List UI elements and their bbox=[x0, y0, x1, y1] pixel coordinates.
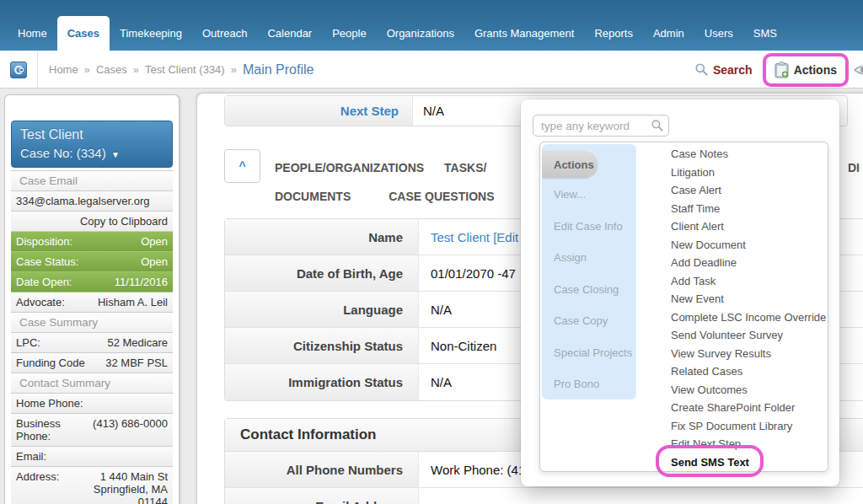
tab-tasks[interactable]: TASKS/ bbox=[444, 161, 486, 174]
action-item-create-sharepoint-folder[interactable]: Create SharePoint Folder bbox=[671, 399, 826, 417]
keyword-input[interactable] bbox=[533, 115, 669, 137]
nav-item-home[interactable]: Home bbox=[8, 20, 57, 51]
breadcrumb-link-cases[interactable]: Cases bbox=[96, 63, 127, 76]
chevron-down-icon[interactable]: ▼ bbox=[111, 150, 120, 159]
action-item-litigation[interactable]: Litigation bbox=[671, 164, 826, 182]
action-item-view-outcomes[interactable]: View Outcomes bbox=[671, 381, 826, 399]
action-item-add-deadline[interactable]: Add Deadline bbox=[671, 254, 826, 272]
breadcrumb-separator: » bbox=[133, 63, 139, 76]
action-item-send-volunteer-survey[interactable]: Send Volunteer Survey bbox=[671, 326, 826, 345]
category-case-copy[interactable]: Case Copy bbox=[542, 305, 636, 337]
actions-label: Actions bbox=[794, 63, 837, 77]
nav-item-calendar[interactable]: Calendar bbox=[257, 20, 322, 51]
sidebar-row-email: Email: bbox=[11, 447, 173, 467]
profile-value: 01/01/2070 -47 bbox=[419, 255, 516, 291]
sidebar-section-case-email: Case Email bbox=[11, 171, 173, 191]
breadcrumb-link-test-client-334[interactable]: Test Client (334) bbox=[145, 63, 225, 76]
sidebar-row-lpc: LPC:52 Medicare bbox=[11, 333, 173, 353]
dropdown-menu: ActionsView...Edit Case InfoAssignCase C… bbox=[539, 142, 828, 472]
action-item-new-document[interactable]: New Document bbox=[671, 236, 826, 255]
action-item-new-event[interactable]: New Event bbox=[671, 290, 826, 308]
action-item-fix-sp-document-library[interactable]: Fix SP Document Library bbox=[671, 417, 826, 436]
search-button[interactable]: Search bbox=[694, 62, 753, 77]
nav-item-outreach[interactable]: Outreach bbox=[192, 20, 257, 51]
category-edit-case-info[interactable]: Edit Case Info bbox=[542, 211, 636, 243]
action-item-client-alert[interactable]: Client Alert bbox=[671, 217, 826, 236]
next-step-value: N/A bbox=[413, 96, 444, 126]
nav-item-people[interactable]: People bbox=[322, 20, 376, 51]
row-value: 32 MBF PSL bbox=[105, 357, 168, 369]
actions-button[interactable]: Actions bbox=[763, 53, 849, 87]
action-item-add-task[interactable]: Add Task bbox=[671, 272, 826, 291]
tab-documents[interactable]: DOCUMENTS bbox=[275, 190, 351, 203]
contact-row-email-address: Email Address bbox=[225, 488, 863, 504]
row-label: Case Status: bbox=[16, 255, 78, 268]
divider bbox=[37, 51, 38, 88]
collapse-tab[interactable]: ^ bbox=[224, 149, 260, 183]
category-assign[interactable]: Assign bbox=[542, 242, 636, 274]
row-label: Advocate: bbox=[16, 296, 65, 308]
contact-value: Work Phone: (413 bbox=[419, 452, 533, 487]
action-item-complete-lsc-income-override[interactable]: Complete LSC Income Override bbox=[671, 308, 826, 327]
sidebar-section-contact-summary: Contact Summary bbox=[11, 373, 173, 394]
case-header[interactable]: Test Client Case No: (334) ▼ bbox=[11, 121, 173, 168]
action-item-send-sms-text[interactable]: Send SMS Text bbox=[671, 453, 826, 472]
category-actions[interactable]: Actions bbox=[542, 151, 598, 178]
nav-item-organizations[interactable]: Organizations bbox=[377, 20, 464, 51]
category-case-closing[interactable]: Case Closing bbox=[542, 274, 636, 306]
contact-label: All Phone Numbers bbox=[225, 452, 419, 487]
nav-item-grants-management[interactable]: Grants Management bbox=[464, 20, 585, 51]
nav-item-admin[interactable]: Admin bbox=[643, 20, 694, 51]
sidebar-rows: Case Email334@clama.legalserver.orgCopy … bbox=[11, 170, 173, 504]
row-value: Hisham A. Leil bbox=[98, 296, 168, 308]
row-value: (413) 686-0000 bbox=[93, 417, 168, 430]
profile-value-link[interactable]: Test Client [Edit bbox=[419, 219, 518, 255]
profile-label: Citizenship Status bbox=[225, 328, 419, 363]
breadcrumb: Home»Cases»Test Client (334)»Main Profil… bbox=[49, 51, 314, 88]
copy-to-clipboard-button[interactable]: Copy to Clipboard bbox=[11, 212, 173, 232]
nav-item-timekeeping[interactable]: Timekeeping bbox=[110, 20, 192, 51]
tab-partial-right[interactable]: DI bbox=[848, 161, 860, 174]
keyword-search bbox=[533, 115, 669, 137]
nav-item-sms[interactable]: SMS bbox=[743, 20, 787, 51]
action-item-view-survey-results[interactable]: View Survey Results bbox=[671, 345, 826, 363]
nav-item-reports[interactable]: Reports bbox=[584, 20, 643, 51]
breadcrumb-current: Main Profile bbox=[243, 62, 314, 78]
clipboard-icon bbox=[775, 62, 789, 78]
category-view[interactable]: View... bbox=[542, 179, 636, 211]
action-item-case-alert[interactable]: Case Alert bbox=[671, 181, 826, 200]
sidebar-row-334-clama-legalserver-org: 334@clama.legalserver.org bbox=[11, 191, 173, 212]
category-pro-bono[interactable]: Pro Bono bbox=[542, 368, 636, 399]
breadcrumb-bar: Home»Cases»Test Client (334)»Main Profil… bbox=[0, 51, 863, 88]
action-label: Copy to Clipboard bbox=[80, 215, 168, 228]
case-sidebar: Test Client Case No: (334) ▼ Case Email3… bbox=[4, 94, 180, 504]
nav-item-users[interactable]: Users bbox=[694, 20, 743, 51]
profile-value: N/A bbox=[419, 364, 452, 400]
eye-icon[interactable] bbox=[854, 62, 863, 78]
breadcrumb-link-home[interactable]: Home bbox=[49, 63, 78, 76]
action-item-related-cases[interactable]: Related Cases bbox=[671, 362, 826, 381]
row-label: Home Phone: bbox=[16, 397, 83, 410]
category-special-projects[interactable]: Special Projects bbox=[542, 337, 636, 369]
contact-label: Email Address bbox=[225, 488, 419, 504]
toolbar: Search Actions bbox=[694, 51, 863, 88]
case-number: Case No: (334) bbox=[20, 146, 106, 160]
action-item-case-notes[interactable]: Case Notes bbox=[671, 145, 826, 164]
profile-value: N/A bbox=[419, 292, 452, 327]
tab-case-questions[interactable]: CASE QUESTIONS bbox=[389, 190, 494, 203]
next-step-label[interactable]: Next Step bbox=[225, 96, 413, 126]
profile-label: Date of Birth, Age bbox=[225, 255, 419, 291]
app-logo-icon[interactable] bbox=[10, 62, 27, 78]
sidebar-row-home-phone: Home Phone: bbox=[11, 394, 173, 414]
row-value: Open bbox=[141, 235, 168, 248]
action-item-edit-next-step[interactable]: Edit Next Step bbox=[671, 435, 826, 453]
magnifier-icon bbox=[651, 119, 664, 132]
profile-value: Non-Citizen bbox=[419, 328, 496, 363]
action-item-list: Case NotesLitigationCase AlertStaff Time… bbox=[671, 145, 826, 471]
search-label: Search bbox=[713, 63, 753, 77]
tab-people-organizations[interactable]: PEOPLE/ORGANIZATIONS bbox=[275, 161, 424, 174]
nav-item-cases[interactable]: Cases bbox=[57, 16, 110, 51]
action-item-staff-time[interactable]: Staff Time bbox=[671, 200, 826, 218]
sidebar-row-address: Address:1 440 Main St Springfield, MA 01… bbox=[11, 467, 173, 504]
client-name: Test Client bbox=[20, 127, 163, 142]
